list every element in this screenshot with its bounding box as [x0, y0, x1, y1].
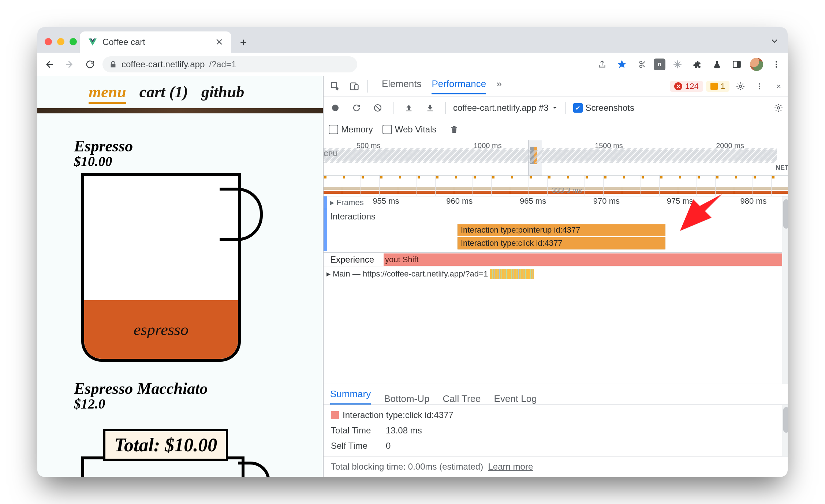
- url-host: coffee-cart.netlify.app: [122, 59, 205, 69]
- page-viewport: menu cart (1) github Espresso $10.00 esp…: [37, 76, 324, 477]
- content-split: menu cart (1) github Espresso $10.00 esp…: [37, 76, 788, 477]
- profile-avatar[interactable]: [749, 57, 764, 72]
- annotation-arrow-icon: [679, 193, 723, 233]
- minimize-window-icon[interactable]: [57, 38, 64, 45]
- tab-calltree[interactable]: Call Tree: [443, 393, 481, 405]
- svg-point-12: [332, 105, 339, 111]
- svg-rect-1: [737, 61, 740, 67]
- share-icon[interactable]: [594, 57, 610, 72]
- svg-point-8: [739, 85, 742, 88]
- omnibox[interactable]: coffee-cart.netlify.app/?ad=1: [102, 56, 357, 72]
- perf-footer: Total blocking time: 0.00ms (estimated) …: [324, 456, 788, 477]
- scissors-icon[interactable]: [634, 57, 649, 72]
- interaction-bar-pointerup[interactable]: Interaction type:pointerup id:4377: [458, 224, 665, 236]
- sidepanel-icon[interactable]: [729, 57, 744, 72]
- reload-icon[interactable]: [82, 56, 98, 72]
- reload-record-icon[interactable]: [348, 100, 365, 116]
- tab-more[interactable]: »: [496, 78, 501, 94]
- tab-eventlog[interactable]: Event Log: [494, 393, 537, 405]
- timeline-overview[interactable]: 500 ms 1000 ms 1500 ms 2000 ms CPU NET: [324, 140, 788, 176]
- details-tabs: Summary Bottom-Up Call Tree Event Log: [324, 384, 788, 405]
- svg-point-10: [759, 86, 760, 87]
- svg-point-4: [776, 66, 777, 68]
- bookmark-star-icon[interactable]: [614, 57, 630, 72]
- recording-selector[interactable]: coffee-cart.netlify.app #3: [453, 103, 558, 113]
- clear-icon[interactable]: [370, 100, 386, 116]
- issues-count-badge[interactable]: 1: [706, 81, 729, 92]
- device-toggle-icon[interactable]: [346, 78, 362, 94]
- overview-net-label: NET: [776, 164, 788, 172]
- svg-point-9: [759, 83, 760, 85]
- interactions-track-2[interactable]: Interaction type:click id:4377: [324, 237, 788, 250]
- record-icon[interactable]: [327, 100, 343, 116]
- layout-shift-bar[interactable]: yout Shift: [385, 255, 419, 264]
- labs-flask-icon[interactable]: [709, 57, 725, 72]
- browser-tab[interactable]: Coffee cart ✕: [80, 31, 231, 53]
- summary-panel: Interaction type:click id:4377 Total Tim…: [324, 405, 788, 456]
- screenshots-checkbox[interactable]: ✔Screenshots: [573, 103, 634, 113]
- error-count-badge[interactable]: ✕124: [670, 81, 703, 92]
- snowflake-icon[interactable]: [670, 57, 685, 72]
- gc-trash-icon[interactable]: [446, 121, 462, 138]
- product2-name: Espresso Macchiato: [74, 379, 323, 398]
- product-macchiato[interactable]: Espresso Macchiato $12.0: [74, 379, 323, 412]
- perf-toolbar-2: Memory Web Vitals: [324, 119, 788, 140]
- svg-rect-14: [406, 110, 412, 111]
- vue-favicon-icon: [88, 37, 97, 47]
- tab-title: Coffee cart: [102, 37, 145, 47]
- product-espresso[interactable]: Espresso $10.00 espresso: [74, 137, 323, 363]
- summary-swatch-icon: [331, 411, 339, 419]
- tab-overflow-icon[interactable]: [769, 36, 780, 46]
- extensions-puzzle-icon[interactable]: [690, 57, 705, 72]
- overview-cpu-label: CPU: [324, 150, 777, 163]
- fullscreen-window-icon[interactable]: [70, 38, 77, 45]
- tab-elements[interactable]: Elements: [382, 78, 421, 94]
- perf-settings-icon[interactable]: [770, 100, 787, 116]
- coffee-beans-strip: [37, 108, 323, 113]
- devtools-settings-icon[interactable]: [732, 78, 749, 94]
- devtools-close-icon[interactable]: ✕: [770, 78, 787, 94]
- svg-point-2: [776, 61, 777, 63]
- tab-summary[interactable]: Summary: [330, 388, 371, 405]
- window-controls: [45, 38, 77, 45]
- cup-fill-label: espresso: [84, 300, 238, 359]
- toolbar-actions: n: [594, 57, 784, 72]
- summary-scrollbar[interactable]: [782, 405, 788, 456]
- url-path: /?ad=1: [209, 59, 236, 69]
- product-price: $10.00: [74, 153, 323, 169]
- chrome-menu-icon[interactable]: [769, 57, 784, 72]
- extension-n-icon[interactable]: n: [654, 59, 665, 70]
- browser-window: Coffee cart ✕ ＋ coffee-cart.netlify.app/…: [37, 27, 788, 477]
- inspect-icon[interactable]: [327, 78, 343, 94]
- perf-toolbar: coffee-cart.netlify.app #3 ✔Screenshots: [324, 97, 788, 119]
- main-tasks-icon: [490, 269, 534, 279]
- save-profile-icon[interactable]: [422, 100, 438, 116]
- close-window-icon[interactable]: [45, 38, 52, 45]
- webvitals-checkbox[interactable]: Web Vitals: [382, 124, 437, 135]
- flamechart[interactable]: ▸ Frames 333.3 ms 955 ms 960 ms 965 ms 9…: [324, 196, 788, 384]
- site-nav: menu cart (1) github: [37, 76, 323, 104]
- tab-performance[interactable]: Performance: [432, 78, 486, 94]
- tab-close-icon[interactable]: ✕: [215, 37, 223, 48]
- nav-cart[interactable]: cart (1): [139, 83, 188, 104]
- svg-point-16: [777, 107, 780, 109]
- cart-total[interactable]: Total: $10.00: [103, 429, 228, 461]
- main-thread-row[interactable]: ▸ Main — https://coffee-cart.netlify.app…: [324, 267, 788, 281]
- memory-checkbox[interactable]: Memory: [329, 124, 373, 135]
- flame-scrollbar[interactable]: [782, 196, 788, 384]
- product-name: Espresso: [74, 137, 323, 155]
- new-tab-button[interactable]: ＋: [235, 34, 252, 50]
- nav-menu[interactable]: menu: [89, 83, 126, 104]
- product2-price: $12.0: [74, 396, 323, 412]
- experience-track[interactable]: Experience yout Shift: [324, 252, 788, 267]
- nav-github[interactable]: github: [201, 83, 244, 104]
- back-icon[interactable]: [41, 56, 57, 72]
- tab-bottomup[interactable]: Bottom-Up: [384, 393, 429, 405]
- forward-icon: [61, 56, 78, 72]
- devtools-tabs: Elements Performance »: [382, 78, 502, 94]
- interaction-bar-click[interactable]: Interaction type:click id:4377: [458, 237, 665, 249]
- learn-more-link[interactable]: Learn more: [488, 462, 533, 471]
- devtools-kebab-icon[interactable]: [751, 78, 768, 94]
- svg-point-3: [776, 64, 777, 65]
- load-profile-icon[interactable]: [401, 100, 417, 116]
